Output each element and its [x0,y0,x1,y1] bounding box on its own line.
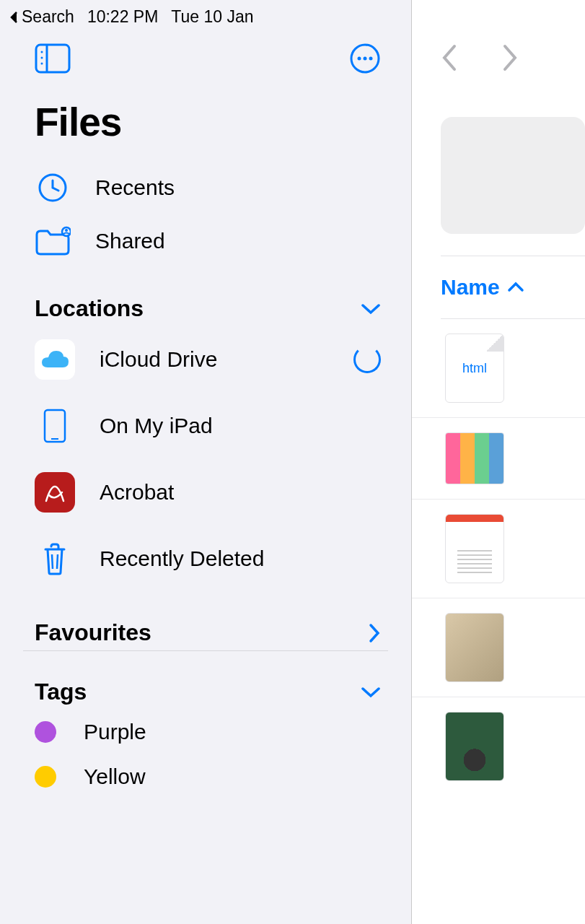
file-thumbnail-image [445,712,504,781]
location-deleted-label: Recently Deleted [100,546,264,571]
status-time: 10:22 PM [87,7,158,27]
file-row[interactable] [412,418,585,500]
location-on-my-ipad[interactable]: On My iPad [0,393,411,459]
tag-yellow-label: Yellow [84,764,146,789]
file-row[interactable] [412,500,585,598]
nav-recents-label: Recents [95,175,175,200]
chevron-left-icon [441,43,458,72]
trash-icon [42,542,68,575]
tag-dot-icon [35,721,56,743]
nav-shared[interactable]: Shared [0,214,411,268]
sidebar-toolbar [0,31,411,74]
status-bar: Search 10:22 PM Tue 10 Jan [0,0,411,31]
sort-header[interactable]: Name [412,256,585,318]
content-pane: Name html [412,0,585,924]
folder-shared-icon [35,226,71,256]
icloud-icon [40,349,70,370]
page-title: Files [0,74,411,161]
sort-label: Name [441,275,500,300]
section-favourites-label: Favourites [35,619,151,646]
location-recently-deleted[interactable]: Recently Deleted [0,526,411,592]
sidebar-icon [35,43,71,74]
file-thumbnail-image [445,432,504,484]
chevron-right-icon [368,623,381,643]
file-thumbnail-pdf [445,514,504,583]
location-ipad-label: On My iPad [100,414,213,438]
back-to-search[interactable]: Search [9,7,74,27]
chevron-up-icon [507,282,524,293]
file-thumbnail-html: html [445,334,504,403]
acrobat-icon [42,479,68,505]
nav-forward-button[interactable] [501,43,519,72]
svg-point-3 [41,57,43,59]
file-row[interactable] [412,697,585,796]
file-row[interactable]: html [412,319,585,418]
location-acrobat[interactable]: Acrobat [0,459,411,526]
section-tags-header[interactable]: Tags [0,651,411,710]
sync-spinner-icon [353,346,381,373]
svg-point-2 [41,51,43,53]
nav-back-button[interactable] [441,43,458,72]
svg-line-14 [52,554,53,569]
section-locations-header[interactable]: Locations [0,268,411,326]
location-acrobat-label: Acrobat [100,480,174,505]
chevron-right-icon [501,43,519,72]
file-row[interactable] [412,598,585,697]
ellipsis-circle-icon [349,43,381,74]
section-locations-label: Locations [35,295,144,322]
tag-purple[interactable]: Purple [0,710,411,754]
section-favourites-header[interactable]: Favourites [0,592,411,650]
nav-shared-label: Shared [95,229,165,253]
back-label: Search [22,7,74,27]
back-chevron-icon [9,11,19,24]
nav-arrows [412,43,585,72]
search-field[interactable] [441,117,585,234]
svg-point-4 [41,63,43,65]
tag-purple-label: Purple [84,720,146,744]
chevron-down-icon [361,686,381,699]
more-options-button[interactable] [349,43,381,74]
location-icloud[interactable]: iCloud Drive [0,326,411,393]
tag-dot-icon [35,766,56,788]
chevron-down-icon [361,302,381,315]
sidebar: Search 10:22 PM Tue 10 Jan Files [0,0,412,924]
svg-line-15 [57,554,58,569]
svg-rect-12 [45,410,65,442]
status-date: Tue 10 Jan [171,7,253,27]
html-badge: html [462,361,487,376]
nav-recents[interactable]: Recents [0,161,411,214]
svg-point-6 [358,57,361,61]
toggle-sidebar-button[interactable] [35,43,71,74]
svg-point-8 [369,57,373,61]
svg-point-11 [65,229,68,232]
svg-point-7 [364,57,367,61]
clock-icon [38,173,68,203]
section-tags-label: Tags [35,679,87,705]
location-icloud-label: iCloud Drive [100,347,329,372]
file-thumbnail-image [445,613,504,682]
tag-yellow[interactable]: Yellow [0,754,411,799]
ipad-icon [43,409,67,443]
